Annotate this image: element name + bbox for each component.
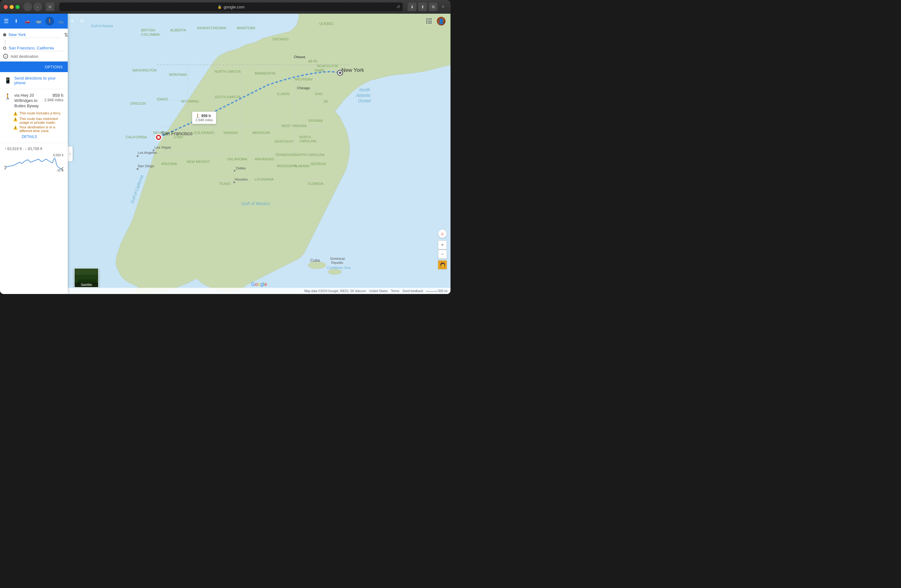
map-footer: Map data ©2019 Google, INEGI, SK telecom… bbox=[68, 288, 450, 294]
share-button[interactable]: ⬆ bbox=[418, 3, 427, 11]
zoom-in-button[interactable]: + bbox=[438, 240, 447, 249]
bike-mode[interactable]: 🚲 bbox=[56, 17, 65, 25]
svg-text:Gulf of Alaska: Gulf of Alaska bbox=[91, 24, 113, 28]
map-area[interactable]: ‹ bbox=[68, 14, 450, 294]
route-time-distance: 959 h 2,948 miles bbox=[44, 93, 63, 102]
flight-mode[interactable]: ✈ bbox=[68, 17, 76, 25]
route-result: 🚶 via Hwy 20 W/Bridges to Buttes Byway 9… bbox=[0, 89, 68, 143]
add-destination-icon[interactable]: + bbox=[3, 54, 8, 59]
minimize-button[interactable] bbox=[9, 5, 14, 9]
compass-button[interactable]: ◎ bbox=[438, 229, 447, 238]
svg-point-4 bbox=[308, 262, 326, 269]
options-bar[interactable]: OPTIONS bbox=[0, 62, 68, 72]
connector-dot bbox=[5, 44, 6, 44]
svg-text:SOUTH DAKOTA: SOUTH DAKOTA bbox=[215, 95, 241, 99]
directions-mode[interactable]: ⬆ bbox=[12, 17, 20, 25]
svg-text:MANITOBA: MANITOBA bbox=[237, 26, 256, 30]
apps-dot bbox=[426, 20, 427, 22]
svg-text:SASKATCHEWAN: SASKATCHEWAN bbox=[196, 26, 226, 30]
sidebar-header: ☰ ⬆ 🚗 🚌 🚶 🚲 ✈ ✕ bbox=[0, 14, 68, 29]
svg-text:NB PE: NB PE bbox=[308, 60, 318, 63]
elevation-section: ↑ 83,819 ft · ↓ 83,799 ft 8,589 ft -30 f… bbox=[0, 143, 68, 176]
svg-point-87 bbox=[233, 181, 235, 183]
apps-dot bbox=[429, 18, 430, 20]
address-bar[interactable]: 🔒 google.com ↺ bbox=[59, 3, 403, 11]
apps-icon[interactable] bbox=[426, 18, 432, 24]
close-button[interactable] bbox=[4, 5, 8, 9]
elevation-min-label: -30 ft bbox=[56, 169, 63, 172]
options-label[interactable]: OPTIONS bbox=[45, 65, 63, 69]
walk-route-icon: 🚶 bbox=[4, 93, 11, 100]
svg-point-5 bbox=[328, 269, 341, 275]
svg-text:WASHINGTON: WASHINGTON bbox=[132, 69, 157, 72]
back-button[interactable]: ‹ bbox=[23, 3, 32, 11]
warning-text-ferry: This route includes a ferry. bbox=[19, 111, 61, 115]
details-link[interactable]: DETAILS bbox=[22, 134, 63, 139]
svg-text:OREGON: OREGON bbox=[130, 101, 146, 105]
refresh-icon[interactable]: ↺ bbox=[396, 4, 400, 9]
svg-text:NORTH: NORTH bbox=[299, 135, 311, 139]
transit-mode[interactable]: 🚌 bbox=[34, 17, 43, 25]
swap-button[interactable]: ⇅ bbox=[64, 32, 68, 38]
destination-input[interactable] bbox=[9, 45, 65, 51]
svg-text:WEST VIRGINIA: WEST VIRGINIA bbox=[282, 124, 307, 128]
svg-text:North: North bbox=[359, 87, 370, 92]
add-destination-text: Add destination bbox=[11, 54, 39, 59]
tab-overview-button[interactable]: ⊞ bbox=[46, 3, 55, 11]
street-view-button[interactable]: 🧑 bbox=[438, 260, 447, 269]
svg-text:QUEBEC: QUEBEC bbox=[319, 22, 334, 25]
nav-buttons: ‹ › bbox=[23, 3, 42, 11]
forward-button[interactable]: › bbox=[33, 3, 42, 11]
warning-timezone: ⚠️ Your destination is in a different ti… bbox=[13, 125, 63, 133]
browser-chrome: ‹ › ⊞ 🔒 google.com ↺ ⬇ ⬆ ⧉ + bbox=[0, 0, 450, 14]
menu-icon[interactable]: ☰ bbox=[4, 18, 9, 25]
svg-text:ALABAMA: ALABAMA bbox=[294, 164, 310, 168]
svg-text:NEVADA: NEVADA bbox=[153, 131, 168, 134]
origin-input[interactable] bbox=[9, 32, 61, 38]
svg-text:ONTARIO: ONTARIO bbox=[273, 37, 288, 41]
route-main: 🚶 via Hwy 20 W/Bridges to Buttes Byway 9… bbox=[4, 93, 63, 109]
close-icon[interactable]: ✕ bbox=[80, 18, 84, 25]
svg-text:ARKANSAS: ARKANSAS bbox=[255, 157, 274, 161]
route-info: via Hwy 20 W/Bridges to Buttes Byway bbox=[14, 93, 41, 109]
new-tab-button[interactable]: + bbox=[439, 3, 447, 11]
collapse-sidebar-button[interactable]: ‹ bbox=[68, 147, 73, 161]
svg-text:NOVA SCOTIA: NOVA SCOTIA bbox=[317, 64, 338, 68]
svg-text:New York: New York bbox=[341, 67, 364, 73]
svg-point-20 bbox=[157, 136, 160, 139]
add-destination-row: + Add destination bbox=[3, 53, 65, 59]
apps-dot bbox=[429, 20, 430, 22]
walk-mode[interactable]: 🚶 bbox=[45, 17, 54, 25]
destination-dot bbox=[3, 47, 6, 50]
svg-point-0 bbox=[4, 166, 6, 169]
warning-restricted: ⚠️ This route has restricted usage or pr… bbox=[13, 117, 63, 124]
terms-link[interactable]: Terms bbox=[391, 289, 399, 293]
maximize-button[interactable] bbox=[16, 5, 20, 9]
feedback-link[interactable]: Send feedback bbox=[402, 289, 423, 293]
svg-text:TEXAS: TEXAS bbox=[219, 182, 231, 186]
connector-dot bbox=[5, 42, 6, 42]
svg-text:FLORIDA: FLORIDA bbox=[308, 182, 324, 186]
satellite-thumbnail[interactable]: Satellite bbox=[74, 268, 99, 288]
download-button[interactable]: ⬇ bbox=[408, 3, 416, 11]
send-directions[interactable]: 📱 Send directions to your phone bbox=[0, 72, 68, 89]
drive-mode[interactable]: 🚗 bbox=[23, 17, 32, 25]
zoom-out-button[interactable]: − bbox=[438, 250, 447, 259]
warning-icon-ferry: ⚠️ bbox=[13, 112, 18, 116]
tooltip-walk-icon: 🚶 bbox=[195, 114, 200, 118]
svg-text:LOUISIANA: LOUISIANA bbox=[255, 178, 274, 181]
sidebar: ☰ ⬆ 🚗 🚌 🚶 🚲 ✈ ✕ ⇅ bbox=[0, 14, 68, 294]
connector-dot bbox=[5, 40, 6, 41]
top-right-controls: 👤 bbox=[426, 17, 446, 25]
duplicate-button[interactable]: ⧉ bbox=[429, 3, 438, 11]
svg-text:OHIO: OHIO bbox=[315, 92, 323, 96]
user-avatar[interactable]: 👤 bbox=[437, 17, 446, 25]
elevation-stats: ↑ 83,819 ft · ↓ 83,799 ft bbox=[4, 147, 63, 151]
svg-point-22 bbox=[339, 72, 341, 74]
apps-dot bbox=[429, 22, 430, 23]
warning-icon-timezone: ⚠️ bbox=[13, 126, 18, 130]
main-content: ☰ ⬆ 🚗 🚌 🚶 🚲 ✈ ✕ ⇅ bbox=[0, 14, 450, 294]
destination-row bbox=[3, 45, 65, 51]
route-inputs: ⇅ + Add destination bbox=[0, 29, 68, 62]
map-region: United States bbox=[369, 289, 388, 293]
